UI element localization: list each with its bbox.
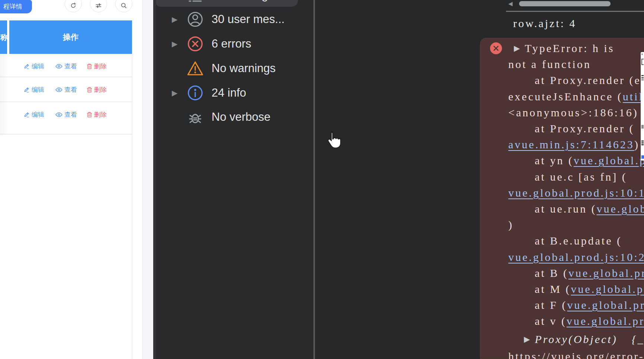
refresh-button[interactable] bbox=[65, 0, 82, 12]
object-preview: {_: {…}} bbox=[632, 333, 644, 345]
console-stack-line: vue.global.prod.js:10:19947) bbox=[508, 187, 644, 199]
console-row-border bbox=[506, 11, 644, 12]
devtools-console-panel: 30 messages ▶ 30 user mes... ▶ 6 errors bbox=[153, 0, 644, 359]
console-error-block: vue.global.prod.js:7 ▶TypeError: h isnot… bbox=[480, 38, 644, 359]
error-text: at ue.c [as fn] ( bbox=[535, 171, 627, 183]
eye-icon bbox=[55, 112, 62, 117]
error-text: at Proxy.render (eval at bbox=[535, 74, 644, 86]
trash-icon bbox=[87, 87, 92, 93]
trash-icon bbox=[87, 111, 92, 118]
eye-icon bbox=[55, 64, 62, 69]
error-text: ) bbox=[634, 138, 640, 151]
error-text: TypeError: h is bbox=[525, 42, 614, 54]
stack-link[interactable]: vue.global.prod.js:10:20229 bbox=[508, 251, 644, 263]
view-button[interactable]: 查看 bbox=[55, 62, 77, 71]
screenshot-stage: 程详情 称 操作 编辑 bbox=[0, 0, 644, 359]
console-stack-line: at ue.run (vue.global.prod.js:7:6680 bbox=[535, 203, 644, 215]
error-text: not a function bbox=[508, 58, 591, 70]
user-icon bbox=[187, 11, 203, 28]
view-button[interactable]: 查看 bbox=[55, 110, 77, 119]
console-sidebar: 30 messages ▶ 30 user mes... ▶ 6 errors bbox=[156, 0, 313, 359]
object-preview: Proxy(Object) bbox=[535, 333, 617, 345]
sidebar-item-warnings[interactable]: No warnings bbox=[156, 57, 313, 80]
console-stack-line: <anonymous>:186:16) bbox=[508, 106, 638, 119]
stack-link[interactable]: vue.global.prod.js:10:19947 bbox=[508, 187, 644, 199]
eye-icon bbox=[55, 87, 62, 92]
panel-fragment bbox=[641, 59, 644, 65]
console-output-area: ◀ ▶ row.ajzt: 4 VM11436:184 vue.global.p… bbox=[315, 0, 644, 359]
table-row: 编辑 查看 删除 bbox=[0, 77, 132, 102]
console-stack-line: ▶TypeError: h is bbox=[514, 42, 614, 55]
console-stack-line: at v (vue.global.prod.js:10:13962) bbox=[535, 315, 644, 327]
panel-fragment bbox=[641, 140, 644, 145]
expand-arrow-icon[interactable]: ▶ bbox=[172, 88, 177, 97]
stack-link[interactable]: vue.global.prod.js:7:6680 bbox=[596, 203, 644, 215]
console-stack-line: not a function bbox=[508, 58, 591, 71]
error-text: at B.e.update ( bbox=[535, 235, 622, 247]
sidebar-item-verbose[interactable]: No verbose bbox=[156, 106, 313, 129]
stack-link[interactable]: vue.global.prod.js:7:19465 bbox=[574, 154, 644, 166]
console-stack-line: at M (vue.global.prod.js:10:18555) bbox=[535, 283, 644, 295]
sidebar-item-all-messages[interactable]: 30 messages bbox=[156, 0, 298, 7]
error-text: at F ( bbox=[535, 299, 567, 311]
error-text: ) bbox=[508, 219, 513, 231]
edit-button[interactable]: 编辑 bbox=[23, 62, 44, 71]
error-text: at yn ( bbox=[535, 154, 574, 166]
stack-link[interactable]: avue.min.js:7:114623 bbox=[508, 138, 634, 151]
edit-button[interactable]: 编辑 bbox=[23, 85, 44, 94]
hscroll-left-arrow-icon[interactable]: ◀ bbox=[508, 1, 513, 7]
edit-button[interactable]: 编辑 bbox=[23, 110, 44, 119]
error-text: at ue.run ( bbox=[535, 203, 596, 215]
page-scrollbar-track[interactable] bbox=[142, 0, 153, 359]
search-button[interactable] bbox=[115, 0, 132, 12]
expand-arrow-icon[interactable]: ▶ bbox=[172, 39, 177, 48]
error-text: at B ( bbox=[535, 267, 569, 279]
stack-link[interactable]: vue.global.prod.js:10:20256 bbox=[569, 267, 644, 279]
error-circle-icon bbox=[490, 42, 502, 54]
delete-button[interactable]: 删除 bbox=[87, 85, 107, 94]
expand-arrow-icon[interactable]: ▶ bbox=[172, 15, 177, 24]
panel-fragment bbox=[641, 75, 644, 80]
console-stack-line: ▶Proxy(Object){_: {…}}’ bbox=[524, 331, 644, 346]
expand-arrow-icon[interactable]: ▶ bbox=[524, 335, 530, 344]
delete-button[interactable]: 删除 bbox=[87, 62, 107, 71]
sidebar-item-info[interactable]: ▶ 24 info bbox=[156, 81, 313, 104]
console-stack-line: at yn (vue.global.prod.js:7:19465) bbox=[535, 154, 644, 167]
pencil-icon bbox=[23, 111, 30, 118]
filter-button[interactable] bbox=[90, 0, 107, 12]
pencil-icon bbox=[23, 87, 30, 93]
table-header-name-fragment: 称 bbox=[0, 20, 7, 54]
error-text: at Proxy.render ( bbox=[535, 122, 634, 135]
stack-link[interactable]: vue.global.prod.js:10:18555 bbox=[571, 283, 644, 295]
delete-button[interactable]: 删除 bbox=[87, 110, 107, 119]
process-detail-button[interactable]: 程详情 bbox=[0, 0, 32, 13]
console-stack-line: at B.e.update ( bbox=[535, 235, 622, 247]
sidebar-item-user-messages[interactable]: ▶ 30 user mes... bbox=[156, 8, 313, 31]
error-text: at v ( bbox=[535, 315, 567, 327]
expand-arrow-icon[interactable]: ▶ bbox=[514, 44, 520, 53]
stack-link[interactable]: vue.global.prod.js:10:13962 bbox=[567, 315, 644, 327]
console-stack-line: at ue.c [as fn] ( bbox=[535, 171, 627, 183]
offscreen-side-panel bbox=[641, 52, 644, 161]
verbose-bug-icon bbox=[187, 109, 203, 125]
console-stack-line: at Proxy.render (eval at bbox=[535, 74, 644, 87]
console-stack-line: ) bbox=[508, 219, 513, 231]
error-text: <anonymous>:186:16) bbox=[508, 106, 638, 119]
filter-sliders-icon bbox=[95, 2, 102, 12]
console-log-message: row.ajzt: 4 bbox=[513, 17, 576, 30]
panel-fragment bbox=[641, 155, 644, 159]
hscroll-thumb[interactable] bbox=[519, 1, 611, 6]
stack-link[interactable]: vue.global.prod.js:10:16822 bbox=[567, 299, 644, 311]
info-icon bbox=[187, 85, 203, 101]
table-row: 编辑 查看 删除 bbox=[0, 102, 132, 135]
warning-icon bbox=[187, 60, 203, 77]
refresh-icon bbox=[70, 2, 77, 12]
console-stack-line: at Proxy.render ( bbox=[535, 122, 634, 135]
table-right-border bbox=[132, 20, 132, 359]
view-button[interactable]: 查看 bbox=[55, 85, 77, 94]
sidebar-item-errors[interactable]: ▶ 6 errors bbox=[156, 32, 313, 55]
console-stack-line: at B (vue.global.prod.js:10:20256) bbox=[535, 267, 644, 279]
panel-fragment bbox=[641, 54, 643, 55]
table-row: 编辑 查看 删除 bbox=[0, 54, 132, 77]
console-stack-line: avue.min.js:7:114623) bbox=[508, 138, 640, 151]
